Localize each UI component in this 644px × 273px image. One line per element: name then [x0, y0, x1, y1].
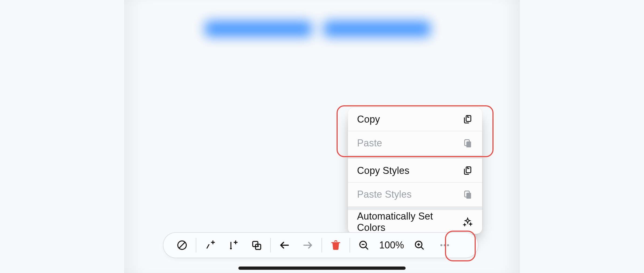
edit-disabled-button[interactable]	[170, 234, 194, 257]
zoom-level-label[interactable]: 100%	[375, 240, 408, 251]
svg-rect-2	[466, 141, 471, 147]
zoom-in-button[interactable]	[408, 234, 431, 257]
menu-item-copy-styles-label: Copy Styles	[357, 165, 409, 176]
copy-styles-icon	[462, 165, 473, 176]
menu-item-copy-styles[interactable]: Copy Styles	[348, 159, 482, 183]
sparkles-icon	[463, 217, 473, 227]
menu-item-copy-label: Copy	[357, 114, 380, 125]
toolbar-divider-3	[321, 238, 322, 252]
home-indicator	[238, 267, 406, 270]
menu-item-paste-styles-label: Paste Styles	[357, 189, 412, 200]
blurred-button-right	[324, 21, 430, 37]
add-child-button[interactable]	[222, 234, 245, 257]
svg-point-13	[444, 244, 446, 246]
copy-icon	[462, 114, 473, 125]
menu-item-paste-label: Paste	[357, 137, 382, 149]
paste-icon	[462, 138, 473, 149]
toolbar-divider-4	[350, 238, 350, 252]
toolbar-divider-2	[270, 238, 271, 252]
menu-item-paste: Paste	[348, 131, 482, 155]
duplicate-button[interactable]	[245, 234, 268, 257]
menu-item-copy[interactable]: Copy	[348, 107, 482, 131]
svg-point-14	[447, 244, 449, 246]
redo-button	[296, 234, 319, 257]
paste-styles-icon	[462, 189, 473, 200]
svg-rect-0	[466, 115, 471, 121]
blurred-button-left	[205, 21, 312, 37]
delete-button[interactable]	[324, 234, 347, 257]
menu-item-auto-colors-label: Automatically Set Colors	[357, 211, 463, 233]
more-menu-button[interactable]	[433, 234, 456, 257]
add-sibling-button[interactable]	[198, 234, 222, 257]
menu-item-paste-styles: Paste Styles	[348, 183, 482, 206]
svg-point-12	[440, 244, 443, 246]
zoom-out-button[interactable]	[352, 234, 375, 257]
menu-separator-2	[348, 206, 482, 210]
menu-item-auto-colors[interactable]: Automatically Set Colors	[348, 210, 482, 234]
toolbar-divider-1	[196, 238, 196, 252]
svg-rect-3	[466, 167, 471, 173]
svg-point-7	[230, 248, 232, 249]
menu-separator-1	[348, 155, 482, 159]
undo-button[interactable]	[273, 234, 296, 257]
floating-toolbar: 100%	[163, 232, 478, 258]
context-menu: Copy Paste Copy Styles	[348, 107, 482, 234]
svg-rect-5	[466, 193, 471, 199]
